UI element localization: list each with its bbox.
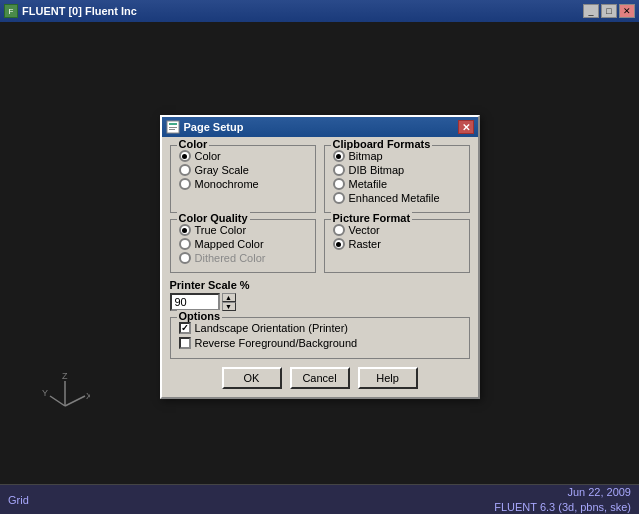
vector-circle xyxy=(333,224,345,236)
svg-rect-8 xyxy=(169,127,177,128)
mapped-color-circle xyxy=(179,238,191,250)
page-setup-dialog: Page Setup ✕ Color Color xyxy=(160,115,480,399)
status-left: Grid xyxy=(8,494,29,506)
main-window: F FLUENT [0] Fluent Inc _ □ ✕ X Y Z xyxy=(0,0,639,514)
color-radio-label: Color xyxy=(195,150,221,162)
monochrome-radio-label: Monochrome xyxy=(195,178,259,190)
group-row-1: Color Color Gray Scale Monochrome xyxy=(170,145,470,213)
picture-format-group: Picture Format Vector Raster xyxy=(324,219,470,273)
landscape-checkbox-box xyxy=(179,322,191,334)
svg-rect-7 xyxy=(169,123,177,125)
status-bar: Grid Jun 22, 2009 FLUENT 6.3 (3d, pbns, … xyxy=(0,484,639,514)
grayscale-radio-label: Gray Scale xyxy=(195,164,249,176)
spin-up-button[interactable]: ▲ xyxy=(222,293,236,302)
color-quality-label: Color Quality xyxy=(177,212,250,224)
clipboard-radio-dib[interactable]: DIB Bitmap xyxy=(333,164,461,176)
clipboard-radio-bitmap[interactable]: Bitmap xyxy=(333,150,461,162)
printer-scale-input[interactable] xyxy=(170,293,220,311)
dialog-title-left: Page Setup xyxy=(166,120,244,134)
bitmap-radio-label: Bitmap xyxy=(349,150,383,162)
cancel-button[interactable]: Cancel xyxy=(290,367,350,389)
quality-radio-dithered: Dithered Color xyxy=(179,252,307,264)
reverse-fg-label: Reverse Foreground/Background xyxy=(195,337,358,349)
picture-format-label: Picture Format xyxy=(331,212,413,224)
enhanced-radio-label: Enhanced Metafile xyxy=(349,192,440,204)
raster-label: Raster xyxy=(349,238,381,250)
quality-radio-true[interactable]: True Color xyxy=(179,224,307,236)
bitmap-radio-circle xyxy=(333,150,345,162)
dialog-title-bar: Page Setup ✕ xyxy=(162,117,478,137)
grayscale-radio-circle xyxy=(179,164,191,176)
color-radio-circle xyxy=(179,150,191,162)
group-row-2: Color Quality True Color Mapped Color Di… xyxy=(170,219,470,273)
color-quality-group: Color Quality True Color Mapped Color Di… xyxy=(170,219,316,273)
clipboard-radio-metafile[interactable]: Metafile xyxy=(333,178,461,190)
color-group: Color Color Gray Scale Monochrome xyxy=(170,145,316,213)
printer-scale-label: Printer Scale % xyxy=(170,279,470,291)
ok-button[interactable]: OK xyxy=(222,367,282,389)
clipboard-group: Clipboard Formats Bitmap DIB Bitmap Meta… xyxy=(324,145,470,213)
spin-down-button[interactable]: ▼ xyxy=(222,302,236,311)
color-radio-monochrome[interactable]: Monochrome xyxy=(179,178,307,190)
svg-rect-9 xyxy=(169,129,175,130)
dib-radio-circle xyxy=(333,164,345,176)
dithered-color-label: Dithered Color xyxy=(195,252,266,264)
monochrome-radio-circle xyxy=(179,178,191,190)
enhanced-radio-circle xyxy=(333,192,345,204)
status-right: Jun 22, 2009 FLUENT 6.3 (3d, pbns, ske) xyxy=(494,485,631,514)
dithered-color-circle xyxy=(179,252,191,264)
landscape-label: Landscape Orientation (Printer) xyxy=(195,322,348,334)
clipboard-group-label: Clipboard Formats xyxy=(331,138,433,150)
reverse-fg-checkbox-box xyxy=(179,337,191,349)
format-radio-vector[interactable]: Vector xyxy=(333,224,461,236)
status-version: FLUENT 6.3 (3d, pbns, ske) xyxy=(494,500,631,514)
metafile-radio-circle xyxy=(333,178,345,190)
scale-input-row: ▲ ▼ xyxy=(170,293,470,311)
color-radio-grayscale[interactable]: Gray Scale xyxy=(179,164,307,176)
printer-scale-section: Printer Scale % ▲ ▼ xyxy=(170,279,470,311)
color-group-label: Color xyxy=(177,138,210,150)
raster-circle xyxy=(333,238,345,250)
format-radio-raster[interactable]: Raster xyxy=(333,238,461,250)
options-label: Options xyxy=(177,310,223,322)
dib-radio-label: DIB Bitmap xyxy=(349,164,405,176)
dialog-overlay: Page Setup ✕ Color Color xyxy=(0,0,639,514)
dialog-close-button[interactable]: ✕ xyxy=(458,120,474,134)
help-button[interactable]: Help xyxy=(358,367,418,389)
clipboard-radio-enhanced[interactable]: Enhanced Metafile xyxy=(333,192,461,204)
true-color-label: True Color xyxy=(195,224,247,236)
quality-radio-mapped[interactable]: Mapped Color xyxy=(179,238,307,250)
reverse-fg-checkbox[interactable]: Reverse Foreground/Background xyxy=(179,337,461,349)
color-radio-color[interactable]: Color xyxy=(179,150,307,162)
vector-label: Vector xyxy=(349,224,380,236)
spin-buttons: ▲ ▼ xyxy=(222,293,236,311)
dialog-title: Page Setup xyxy=(184,121,244,133)
landscape-checkbox[interactable]: Landscape Orientation (Printer) xyxy=(179,322,461,334)
buttons-row: OK Cancel Help xyxy=(170,367,470,389)
dialog-icon xyxy=(166,120,180,134)
status-date: Jun 22, 2009 xyxy=(494,485,631,499)
mapped-color-label: Mapped Color xyxy=(195,238,264,250)
metafile-radio-label: Metafile xyxy=(349,178,388,190)
true-color-circle xyxy=(179,224,191,236)
dialog-content: Color Color Gray Scale Monochrome xyxy=(162,137,478,397)
options-group: Options Landscape Orientation (Printer) … xyxy=(170,317,470,359)
